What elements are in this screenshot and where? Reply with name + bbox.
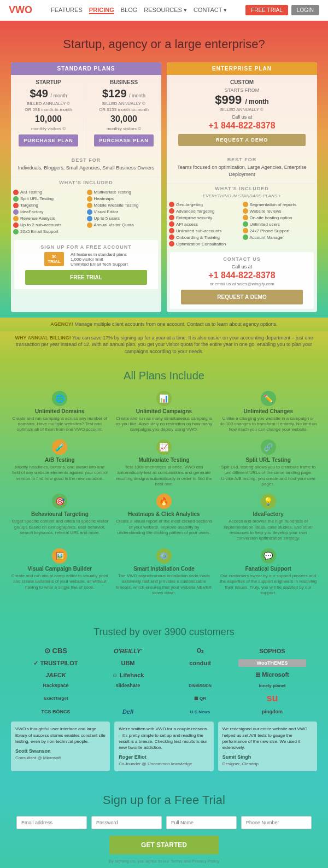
split-url-icon: 🔗 xyxy=(261,439,276,455)
support-icon: 💬 xyxy=(261,548,276,564)
enterprise-demo-button[interactable]: REQUEST A DEMO xyxy=(178,134,306,146)
get-started-button[interactable]: GET STARTED xyxy=(109,836,219,854)
testimonial-2-text: We're smitten with VWO for a couple reas… xyxy=(119,726,209,750)
logo-o2: O₂ xyxy=(166,647,234,654)
ent-feature-account-mgr: Account Manager xyxy=(243,234,315,240)
enterprise-subheader: CUSTOM xyxy=(171,79,313,85)
feature-dot xyxy=(87,203,92,208)
enterprise-call-label: Call us at xyxy=(171,114,313,120)
nav-contact[interactable]: CONTACT ▾ xyxy=(194,7,227,14)
ent-feature-sub-accounts: Unlimited sub-accounts xyxy=(169,228,242,233)
all-plans-features: 🌐 Unlimited Domains Create and run campa… xyxy=(11,391,317,596)
feature-ideafactory: IdeaFactory xyxy=(13,209,86,215)
annual-label: WHY ANNUAL BILLING! xyxy=(15,335,71,341)
standard-best-for-title: BEST FOR xyxy=(15,157,157,163)
feature-dot xyxy=(169,215,174,220)
ent-feature-phone-support: 24x7 Phone Support xyxy=(243,228,315,233)
startup-purchase-button[interactable]: PURCHASE PLAN xyxy=(19,134,78,146)
standard-features-grid: A/B Testing Multivariate Testing Split U… xyxy=(11,187,161,237)
feature-card-text: Modify headlines, buttons, and award inf… xyxy=(11,465,109,482)
ab-testing-icon: 🧪 xyxy=(52,439,67,455)
mv-testing-icon: 📈 xyxy=(156,439,172,455)
contact-box-title: CONTACT US xyxy=(174,256,309,262)
nav-blog[interactable]: BLOG xyxy=(121,7,138,14)
logo-dell: Dell xyxy=(94,708,162,715)
startup-name: STARTUP xyxy=(15,79,81,85)
login-nav-button[interactable]: LOGIN xyxy=(291,5,319,15)
hero-section: Startup, agency or a large enterprise? S… xyxy=(0,21,328,318)
feature-label: Heatmaps xyxy=(94,196,114,201)
enterprise-billing: BILLED ANNUALLY © xyxy=(171,107,313,112)
logo-qr: ▦ QR xyxy=(166,696,234,701)
enterprise-starts: STARTS FROM xyxy=(171,87,313,93)
startup-price: $49 / month xyxy=(15,87,81,100)
feature-label: 24x7 Phone Support xyxy=(250,228,290,233)
feature-card-title: Multivariate Testing xyxy=(115,457,213,463)
email-input[interactable] xyxy=(16,816,87,829)
free-trial-nav-button[interactable]: FREE TRIAL xyxy=(245,5,288,15)
feature-label: Segmentation of reports xyxy=(250,202,296,207)
feature-dot xyxy=(169,234,174,240)
standard-plan-header: STANDARD PLANS xyxy=(11,62,161,75)
logo-dinmission: DINMISSION xyxy=(166,684,234,688)
enterprise-best-for-title: BEST FOR xyxy=(171,157,313,162)
startup-billing: BILLED ANNUALLY © xyxy=(15,101,81,106)
unlimited-campaigns-icon: 📊 xyxy=(156,391,172,406)
logo-usnews: U.S.News xyxy=(166,709,234,714)
enterprise-everything: EVERYTHING IN STANDARD PLANS + xyxy=(167,193,317,198)
feature-card-title: Unlimited Changes xyxy=(219,408,317,414)
feature-dot xyxy=(87,216,92,221)
contact-box: CONTACT US Call us at +1 844-822-8378 or… xyxy=(170,252,314,309)
nav-features[interactable]: FEATURES xyxy=(51,7,83,14)
feature-dot xyxy=(13,209,19,215)
feature-card-text: Target specific content and offers to sp… xyxy=(11,519,109,536)
enterprise-price-value: $999 xyxy=(215,93,242,107)
contact-call-label: Call us at xyxy=(174,264,309,269)
feature-card-title: Heatmaps & Click Analytics xyxy=(115,511,213,517)
ent-feature-seg: Segmentation of reports xyxy=(243,202,315,207)
feature-card-title: Smart Installation Code xyxy=(115,566,213,572)
phone-input[interactable] xyxy=(241,816,312,829)
business-purchase-button[interactable]: PURCHASE PLAN xyxy=(94,134,154,146)
startup-visitors: 10,000 xyxy=(15,114,81,124)
startup-or: OR 59$ month-to-month xyxy=(15,107,81,112)
business-or: OR $153 month-to-month xyxy=(91,107,157,112)
feature-mobile: Mobile Website Testing xyxy=(87,203,160,208)
feature-dot xyxy=(169,228,174,233)
free-trial-badge: 30TRIAL xyxy=(44,252,64,266)
feature-targeting: Targeting xyxy=(13,203,86,208)
feature-label: Split URL Testing xyxy=(20,196,54,201)
contact-phone: +1 844-822-8378 xyxy=(174,271,309,280)
feature-label: Multivariate Testing xyxy=(94,190,131,195)
business-column: BUSINESS $129 / month BILLED ANNUALLY © … xyxy=(86,75,161,154)
fullname-input[interactable] xyxy=(166,816,237,829)
ent-feature-unlimited-users: Unlimited users xyxy=(243,221,315,227)
testimonial-3-author: Sumit Singh xyxy=(222,754,313,761)
all-plans-section: All Plans Include 🌐 Unlimited Domains Cr… xyxy=(0,359,328,616)
nav-resources[interactable]: RESOURCES ▾ xyxy=(144,7,187,14)
ent-feature-opt-consult: Optimization Consultation xyxy=(169,241,242,247)
feature-dot xyxy=(243,228,248,233)
feature-dot xyxy=(13,190,19,195)
feature-label: A/B Testing xyxy=(20,190,42,195)
feature-label: On-site hosting option xyxy=(250,215,292,220)
feature-card-mv-testing: 📈 Multivariate Testing Test 100s of chan… xyxy=(115,439,213,488)
installation-icon: ⚙️ xyxy=(156,548,172,564)
feature-label: Up to 2 sub-accounts xyxy=(20,222,62,227)
nav-pricing[interactable]: PRICING xyxy=(89,7,114,14)
agency-text: Manage multiple client accounts from one… xyxy=(74,321,277,327)
logo[interactable]: VWO xyxy=(9,4,32,16)
feature-card-title: Visual Campaign Builder xyxy=(11,566,109,572)
free-trial-feature-2: 1,000 visitor limit xyxy=(71,257,128,262)
feature-dot xyxy=(13,216,19,221)
logo-exacttarget: ExactTarget xyxy=(22,696,90,701)
all-plans-title: All Plans Include xyxy=(9,370,319,382)
free-trial-button[interactable]: FREE TRIAL xyxy=(25,270,147,285)
password-input[interactable] xyxy=(91,816,162,829)
feature-dot xyxy=(13,229,19,234)
business-visitors-label: monthly visitors © xyxy=(91,126,157,131)
ent-feature-security: Enterprise security xyxy=(169,215,242,220)
trust-title: Trusted by over 3900 customers xyxy=(9,626,319,638)
contact-request-demo-button[interactable]: REQUEST A DEMO xyxy=(181,290,302,304)
annual-info-bar: WHY ANNUAL BILLING! You can save 17% by … xyxy=(0,331,328,359)
